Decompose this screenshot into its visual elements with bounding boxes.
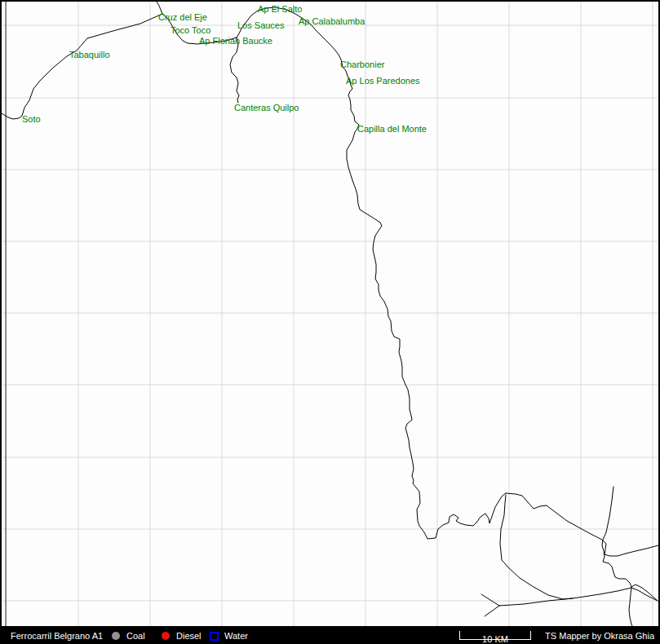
station-label: Cruz del Eje [158,12,207,22]
station-label: Ap El Salto [258,4,302,14]
legend-label: Coal [126,631,145,641]
station-label: Los Sauces [237,20,284,30]
scale-bar: 10 KM [459,631,531,640]
railway-map-canvas [2,2,658,626]
track-north-stub-line [602,487,631,587]
route-name: Ferrocarril Belgrano A1 [11,631,103,641]
station-label: Ap Calabalumba [299,16,365,26]
station-label: Ap Los Paredones [346,76,420,86]
station-label: Toco Toco [171,25,210,35]
station-label: Ap Florian Baucke [199,36,272,46]
track-west-wye-lower [485,606,499,616]
ts-mapper-window: Cruz del EjeToco TocoAp El SaltoLos Sauc… [0,0,660,644]
track-south-line-to-bottom-edge [629,588,632,626]
credit-text: TS Mapper by Okrasa Ghia [545,631,654,641]
coal-dot-icon [112,632,120,640]
station-label: Tabaquillo [69,50,110,60]
track-main-line-south [237,7,506,539]
track-east-line-to-right-edge [506,493,658,556]
route-map[interactable]: Cruz del EjeToco TocoAp El SaltoLos Sauc… [0,0,660,628]
legend-label: Water [224,631,248,641]
legend-label: Diesel [176,631,202,641]
station-label: Soto [22,114,41,124]
diesel-dot-icon [162,632,170,640]
station-label: Capilla del Monte [357,124,427,134]
track-east-wye-upper [631,584,658,601]
water-square-icon [210,632,219,641]
track-long-diagonal [499,588,631,606]
status-bar: Ferrocarril Belgrano A1 CoalDieselWater … [0,628,660,644]
track-southwest-branch [500,495,573,599]
track-west-wye-upper [481,594,499,606]
track-canteras-quilpo-branch [230,37,239,103]
scale-label: 10 KM [460,634,530,644]
station-label: Charbonier [340,60,384,69]
station-label: Canteras Quilpo [234,103,299,112]
track-west-main-line [2,14,162,119]
